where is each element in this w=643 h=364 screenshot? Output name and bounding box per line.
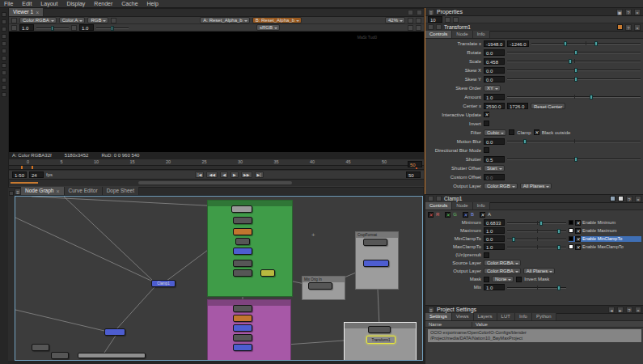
minimum-slider[interactable] xyxy=(507,219,566,226)
max-clamp-color-swatch[interactable] xyxy=(569,244,573,249)
slider-handle[interactable] xyxy=(557,229,561,234)
mix-slider[interactable] xyxy=(507,284,566,291)
translate-x-field[interactable]: -1948.0 xyxy=(484,40,505,47)
mask-dropdown[interactable]: None xyxy=(492,276,514,282)
channel-alpha-checkbox[interactable] xyxy=(480,212,485,218)
channel-blue-checkbox[interactable] xyxy=(463,212,468,218)
gain-icon[interactable] xyxy=(11,25,17,31)
node-graph-canvas[interactable]: Mix Orig In CropFormat xyxy=(15,196,423,361)
toolbar-icon[interactable] xyxy=(2,41,6,46)
toolbar-icon[interactable] xyxy=(2,85,6,90)
center-x-field[interactable]: 2590.0 xyxy=(484,103,505,109)
tab-curve-editor[interactable]: Curve Editor xyxy=(65,187,103,195)
output-planes-dropdown[interactable]: All Planes xyxy=(520,183,552,189)
close-icon[interactable]: × xyxy=(635,307,641,313)
tab-controls[interactable]: Controls xyxy=(425,202,452,210)
toolbar-icon[interactable] xyxy=(2,27,6,32)
node-color-icon[interactable] xyxy=(428,196,434,201)
menu-edit[interactable]: Edit xyxy=(22,0,32,8)
clamp-output-planes-dropdown[interactable]: All Planes xyxy=(523,268,556,274)
toolbar-icon[interactable] xyxy=(2,70,6,75)
tab-lut[interactable]: LUT xyxy=(497,313,515,320)
mix-field[interactable]: 1.0 xyxy=(484,284,505,290)
skew-y-field[interactable]: 0.0 xyxy=(484,76,505,83)
tab-settings[interactable]: Settings xyxy=(425,313,452,320)
node-clamp1[interactable]: Clamp1 xyxy=(151,280,176,287)
menu-help[interactable]: Help xyxy=(147,0,159,8)
node[interactable] xyxy=(368,326,391,333)
clear-panels-icon[interactable] xyxy=(453,17,459,23)
center-panel-icon[interactable] xyxy=(436,196,442,201)
play-backward-button[interactable]: ◀ xyxy=(220,171,228,178)
toolbar-icon[interactable] xyxy=(2,56,6,61)
amount-field[interactable]: 1.0 xyxy=(484,94,505,100)
display-channel-dropdown[interactable]: RGB xyxy=(87,17,108,23)
input-b-dropdown[interactable]: B: Reset_Alpha_b xyxy=(252,17,302,23)
max-color-swatch[interactable] xyxy=(569,228,573,233)
node-color-swatch[interactable] xyxy=(617,24,623,30)
timeline-ruler[interactable]: 0 5 10 15 20 25 30 35 40 45 50 xyxy=(9,159,424,165)
unpremult-checkbox[interactable] xyxy=(484,252,489,258)
slider-handle[interactable] xyxy=(574,157,577,162)
center-y-field[interactable]: 1726.0 xyxy=(507,103,528,109)
forward-icon[interactable]: ▸ xyxy=(617,307,624,313)
current-frame-field[interactable]: 50 xyxy=(408,161,422,167)
input-a-dropdown[interactable]: A: Reset_Alpha_b xyxy=(200,17,249,23)
slider-handle[interactable] xyxy=(557,286,561,290)
clamp-checkbox[interactable] xyxy=(509,129,514,135)
toolbar-icon[interactable] xyxy=(2,78,6,83)
source-layer-dropdown[interactable]: Color.RGBA xyxy=(484,260,521,266)
motion-blur-field[interactable]: 0.0 xyxy=(484,138,505,145)
toolbar-icon[interactable] xyxy=(2,49,6,53)
tab-viewer1[interactable]: Viewer 1 × xyxy=(9,8,44,16)
playback-frame-field[interactable]: 50 xyxy=(406,171,421,178)
min-clamp-to-field[interactable]: 0.0 xyxy=(484,235,505,242)
slider-handle[interactable] xyxy=(512,237,515,242)
goto-end-button[interactable]: ▶| xyxy=(255,171,264,178)
help-icon[interactable]: ? xyxy=(626,307,632,313)
slider-handle[interactable] xyxy=(594,41,598,46)
enable-minimum-checkbox[interactable] xyxy=(575,220,581,226)
menu-render[interactable]: Render xyxy=(94,0,112,8)
pin-icon[interactable]: ▣ xyxy=(616,9,623,15)
node[interactable] xyxy=(233,324,252,332)
slider-handle[interactable] xyxy=(523,139,527,144)
rotate-field[interactable]: 0.0 xyxy=(484,49,505,56)
skew-order-dropdown[interactable]: XY xyxy=(484,85,501,91)
node[interactable] xyxy=(363,239,387,246)
custom-offset-field[interactable]: 0.0 xyxy=(484,174,505,180)
node[interactable] xyxy=(363,260,389,267)
node[interactable] xyxy=(104,328,125,336)
table-row[interactable]: OCIO exportname/OpenColorIO-Configs/blen… xyxy=(428,329,641,342)
mask-checkbox[interactable] xyxy=(484,277,489,282)
pause-icon[interactable] xyxy=(416,18,421,23)
close-icon[interactable]: × xyxy=(635,196,641,202)
shutter-field[interactable]: 0.5 xyxy=(484,156,505,163)
layer-dropdown[interactable]: Color.RGBA xyxy=(19,17,57,23)
backdrop-header[interactable]: CropFormat xyxy=(356,232,398,238)
toolbar-icon[interactable] xyxy=(2,63,6,68)
directional-blur-checkbox[interactable] xyxy=(484,147,489,153)
filter-dropdown[interactable]: Cubic xyxy=(484,129,506,136)
prev-keyframe-button[interactable]: ◀◀ xyxy=(206,171,218,178)
gain-field[interactable]: 1.0 xyxy=(19,24,34,31)
slider-handle[interactable] xyxy=(111,26,114,31)
toolbar-icon[interactable] xyxy=(2,12,6,17)
center-panel-icon[interactable] xyxy=(436,24,442,30)
enable-max-clamp-to-checkbox[interactable] xyxy=(575,244,581,250)
slider-handle[interactable] xyxy=(557,245,561,250)
amount-slider[interactable] xyxy=(507,93,641,100)
panel-menu-icon[interactable]: ≡ xyxy=(15,188,21,195)
node-color-icon[interactable] xyxy=(428,24,434,30)
slider-handle[interactable] xyxy=(51,26,54,31)
gamma-field[interactable]: 1.0 xyxy=(79,24,94,31)
tab-dope-sheet[interactable]: Dope Sheet xyxy=(103,187,139,195)
name-column-header[interactable]: Name xyxy=(425,322,472,327)
toolbar-icon[interactable] xyxy=(2,92,6,97)
proxy-icon[interactable] xyxy=(408,18,413,23)
node[interactable] xyxy=(260,269,275,277)
node[interactable] xyxy=(233,260,252,267)
shutter-slider[interactable] xyxy=(507,155,641,163)
panel-menu-icon[interactable]: ≡ xyxy=(428,307,434,313)
enable-maximum-checkbox[interactable] xyxy=(575,228,581,234)
